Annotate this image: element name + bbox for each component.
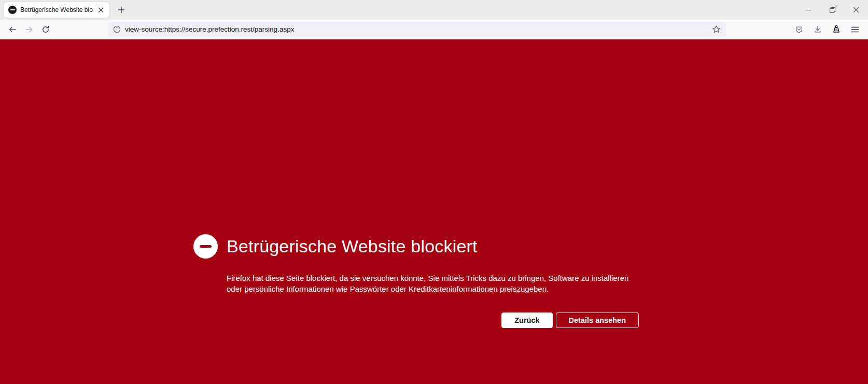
site-info-icon[interactable] bbox=[113, 25, 121, 33]
url-text[interactable]: view-source:https://secure.prefection.re… bbox=[125, 25, 708, 33]
reload-button[interactable] bbox=[37, 22, 54, 37]
blocked-minus-icon bbox=[193, 234, 218, 259]
error-description: Firefox hat diese Seite blockiert, da si… bbox=[227, 273, 639, 294]
pocket-icon[interactable] bbox=[790, 22, 808, 37]
url-bar[interactable]: view-source:https://secure.prefection.re… bbox=[108, 22, 726, 37]
back-button[interactable] bbox=[4, 22, 21, 37]
tab-title: Betrügerische Website blockiert bbox=[20, 6, 93, 13]
toolbar-right-icons: CO₂ bbox=[790, 22, 864, 37]
blocked-page: Betrügerische Website blockiert Firefox … bbox=[0, 39, 868, 384]
blocked-favicon-icon bbox=[8, 6, 17, 14]
error-description-line1: Firefox hat diese Seite blockiert, da si… bbox=[227, 273, 639, 283]
tab-close-icon[interactable] bbox=[96, 6, 105, 14]
tab-blocked-site[interactable]: Betrügerische Website blockiert bbox=[4, 2, 109, 18]
error-description-line2: oder persönliche Informationen wie Passw… bbox=[227, 283, 639, 294]
minimize-button[interactable] bbox=[796, 0, 820, 20]
navigation-toolbar: view-source:https://secure.prefection.re… bbox=[0, 20, 868, 39]
error-buttons: Zurück Details ansehen bbox=[227, 312, 639, 328]
forward-button[interactable] bbox=[21, 22, 37, 37]
go-back-button[interactable]: Zurück bbox=[501, 312, 552, 328]
tab-bar: Betrügerische Website blockiert bbox=[0, 0, 868, 20]
restore-button[interactable] bbox=[820, 0, 844, 20]
new-tab-button[interactable] bbox=[114, 2, 129, 18]
bookmark-star-icon[interactable] bbox=[712, 25, 721, 34]
downloads-icon[interactable] bbox=[809, 22, 827, 37]
co2-extension-icon[interactable]: CO₂ bbox=[828, 22, 845, 37]
window-controls bbox=[796, 0, 868, 20]
error-title: Betrügerische Website blockiert bbox=[227, 234, 639, 259]
browser-window: Betrügerische Website blockiert bbox=[0, 0, 868, 384]
menu-hamburger-icon[interactable] bbox=[846, 22, 864, 37]
close-window-button[interactable] bbox=[844, 0, 868, 20]
error-block: Betrügerische Website blockiert Firefox … bbox=[193, 234, 639, 328]
svg-text:CO₂: CO₂ bbox=[834, 29, 839, 32]
see-details-button[interactable]: Details ansehen bbox=[556, 312, 639, 328]
